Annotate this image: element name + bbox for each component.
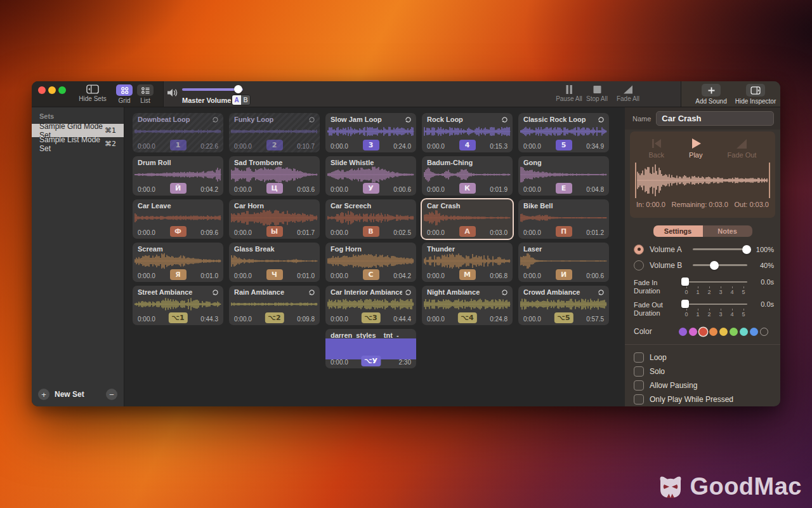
- grid-view-button[interactable]: Grid: [115, 84, 134, 104]
- sound-tile[interactable]: Car Screech 0:00.0 0:02.5 В: [325, 199, 416, 239]
- name-input[interactable]: Car Crash: [656, 111, 774, 126]
- key-badge: 5: [556, 140, 572, 150]
- sound-tile[interactable]: Rain Ambiance 0:00.0 0:09.8 ⌥2: [229, 286, 320, 325]
- new-set-label: New Set: [55, 390, 101, 399]
- master-volume-knob[interactable]: [234, 85, 242, 93]
- checkbox[interactable]: [634, 380, 644, 391]
- fade-in-slider[interactable]: [683, 281, 747, 283]
- sound-tile[interactable]: Gong 0:00.0 0:04.8 Е: [518, 156, 609, 196]
- hide-sets-button[interactable]: Hide Sets: [75, 84, 110, 102]
- volume-b-radio[interactable]: [634, 260, 644, 271]
- color-swatch[interactable]: [760, 328, 768, 336]
- sound-tile[interactable]: Funky Loop 0:00.0 0:10.7 2: [229, 113, 320, 152]
- color-swatch[interactable]: [750, 328, 758, 336]
- ab-toggle-b[interactable]: B: [241, 95, 250, 105]
- sound-tile[interactable]: Sad Trombone 0:00.0 0:03.6 Ц: [229, 156, 320, 196]
- fade-out-slider[interactable]: [683, 304, 747, 305]
- stop-all-button[interactable]: Stop All: [582, 85, 612, 102]
- ab-toggle: A B: [232, 95, 251, 105]
- remove-set-button[interactable]: −: [106, 389, 117, 400]
- checkbox-row[interactable]: Allow Pausing: [634, 378, 774, 392]
- key-badge: ⌥4: [457, 312, 476, 323]
- volume-a-slider[interactable]: [693, 248, 747, 250]
- sound-tile[interactable]: Classic Rock Loop 0:00.0 0:34.9 5: [518, 113, 609, 152]
- tab-settings[interactable]: Settings: [653, 225, 703, 237]
- master-volume-label: Master Volume: [182, 97, 231, 104]
- pause-icon: [565, 85, 573, 94]
- sound-tile[interactable]: Scream 0:00.0 0:01.0 Я: [133, 243, 223, 282]
- sound-tile[interactable]: darren_styles__tnt_-_… 0:00.0 2:30 ⌥У: [325, 329, 416, 368]
- color-swatch[interactable]: [719, 328, 728, 336]
- volume-a-radio[interactable]: [634, 244, 644, 255]
- list-view-button[interactable]: List: [136, 84, 155, 104]
- back-button[interactable]: Back: [649, 138, 664, 159]
- fade-out-knob[interactable]: [681, 300, 689, 308]
- sidebar-item-set[interactable]: Sample List Mode Set ⌘2: [32, 137, 124, 150]
- key-badge: И: [556, 269, 572, 280]
- zoom-button[interactable]: [58, 86, 66, 94]
- waveform: [325, 253, 416, 269]
- tab-notes[interactable]: Notes: [703, 225, 752, 237]
- elapsed-time: 0:00.0: [234, 229, 252, 236]
- checkbox[interactable]: [634, 352, 644, 363]
- fade-all-button[interactable]: Fade All: [612, 85, 644, 102]
- checkbox[interactable]: [634, 394, 644, 404]
- sound-tile[interactable]: Laser 0:00.0 0:00.6 И: [518, 243, 609, 282]
- in-time: In: 0:00.0: [636, 201, 665, 208]
- add-set-button[interactable]: +: [38, 389, 49, 400]
- fade-in-value: 0.0s: [751, 278, 774, 286]
- sound-tile[interactable]: Drum Roll 0:00.0 0:04.2 Й: [133, 156, 223, 196]
- checkbox-row[interactable]: Loop: [634, 351, 774, 364]
- sound-tile[interactable]: Street Ambiance 0:00.0 0:44.3 ⌥1: [133, 286, 223, 325]
- goodmac-logo-text: GoodMac: [690, 473, 802, 500]
- duration: 0:00.6: [393, 186, 411, 193]
- loop-icon: [501, 116, 508, 123]
- sound-tile[interactable]: Fog Horn 0:00.0 0:04.2 С: [325, 243, 416, 282]
- sound-tile[interactable]: Bike Bell 0:00.0 0:01.2 П: [518, 199, 609, 239]
- hide-inspector-button[interactable]: Hide Inspector: [735, 84, 776, 105]
- checkbox-row[interactable]: Solo: [634, 364, 774, 378]
- fade-in-knob[interactable]: [681, 277, 689, 286]
- duration: 0:03.0: [490, 229, 508, 236]
- sound-tile[interactable]: Thunder 0:00.0 0:06.8 М: [422, 243, 513, 282]
- sound-tile[interactable]: Night Ambiance 0:00.0 0:24.8 ⌥4: [422, 286, 513, 325]
- sound-tile[interactable]: Car Interior Ambiance 0:00.0 0:44.4 ⌥3: [325, 286, 416, 325]
- ab-toggle-a[interactable]: A: [232, 95, 241, 105]
- sound-tile[interactable]: Crowd Ambiance 0:00.0 0:57.5 ⌥5: [518, 286, 609, 325]
- color-swatch[interactable]: [699, 328, 707, 336]
- checkbox-row[interactable]: Only Play While Pressed: [634, 392, 774, 406]
- sound-tile[interactable]: Car Horn 0:00.0 0:01.7 Ы: [229, 199, 320, 239]
- volume-a-label: Volume A: [650, 245, 689, 254]
- color-swatch[interactable]: [730, 328, 738, 336]
- option-checkboxes: Loop Solo Allow Pausing Only Play While …: [634, 351, 774, 406]
- sound-tile[interactable]: Downbeat Loop 0:00.0 0:22.6 1: [133, 113, 223, 152]
- checkbox[interactable]: [634, 366, 644, 377]
- sound-tile[interactable]: Car Leave 0:00.0 0:09.6 Ф: [133, 199, 223, 239]
- master-volume-slider[interactable]: [182, 88, 243, 91]
- sound-tile[interactable]: Slide Whistle 0:00.0 0:00.6 У: [325, 156, 416, 196]
- sound-tile[interactable]: Rock Loop 0:00.0 0:15.3 4: [422, 113, 513, 152]
- sound-tile[interactable]: Badum-Ching 0:00.0 0:01.9 К: [422, 156, 513, 196]
- waveform: [133, 210, 223, 226]
- add-sound-button[interactable]: Add Sound: [693, 84, 730, 105]
- color-swatch[interactable]: [740, 328, 748, 336]
- sound-tile[interactable]: Glass Break 0:00.0 0:01.0 Ч: [229, 243, 320, 282]
- play-button[interactable]: Play: [689, 138, 702, 159]
- preview-waveform[interactable]: [635, 163, 770, 198]
- volume-b-label: Volume B: [650, 261, 689, 270]
- sound-tile[interactable]: Car Crash 0:00.0 0:03.0 А: [422, 199, 513, 239]
- close-button[interactable]: [38, 86, 46, 94]
- color-swatch[interactable]: [709, 328, 717, 336]
- fade-out-button[interactable]: Fade Out: [728, 138, 757, 159]
- color-swatch[interactable]: [689, 328, 697, 336]
- sound-tile[interactable]: Slow Jam Loop 0:00.0 0:24.0 3: [325, 113, 416, 152]
- waveform: [229, 166, 320, 183]
- duration: 0:44.4: [393, 316, 411, 323]
- volume-b-slider[interactable]: [693, 264, 747, 266]
- minimize-button[interactable]: [48, 86, 56, 94]
- volume-b-knob[interactable]: [710, 261, 719, 270]
- volume-a-knob[interactable]: [742, 245, 751, 254]
- grid-icon: [120, 86, 129, 95]
- color-swatch[interactable]: [679, 328, 687, 336]
- pause-all-button[interactable]: Pause All: [553, 85, 585, 102]
